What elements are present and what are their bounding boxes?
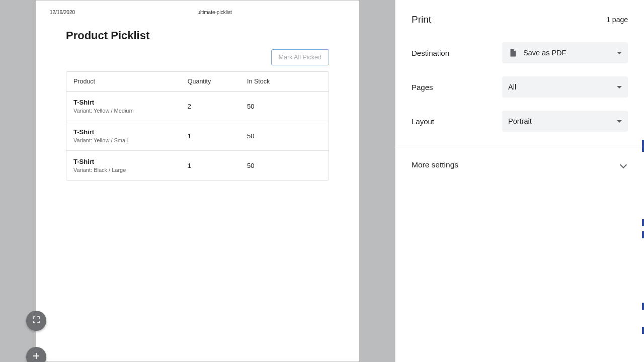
col-in-stock: In Stock <box>247 78 321 85</box>
more-settings-toggle[interactable]: More settings <box>412 157 628 172</box>
product-qty: 1 <box>188 162 247 169</box>
table-row: T-Shirt Variant: Yellow / Medium 2 50 <box>66 92 329 121</box>
divider <box>395 147 644 147</box>
table-header: Product Quantity In Stock <box>66 72 329 92</box>
preview-doc-title: ultimate-picklist <box>198 10 346 15</box>
edge-marker <box>642 219 644 226</box>
product-name: T-Shirt <box>73 158 188 165</box>
layout-value: Portrait <box>508 117 617 125</box>
product-name: T-Shirt <box>73 99 188 106</box>
col-product: Product <box>73 78 188 85</box>
product-variant: Variant: Yellow / Small <box>73 137 188 143</box>
more-settings-label: More settings <box>412 160 458 169</box>
chevron-down-icon <box>617 86 622 88</box>
panel-title: Print <box>412 14 431 25</box>
picklist-table: Product Quantity In Stock T-Shirt Varian… <box>66 71 329 180</box>
edge-marker <box>642 231 644 238</box>
product-name: T-Shirt <box>73 128 188 136</box>
product-stock: 50 <box>247 103 321 110</box>
page-count: 1 page <box>606 16 628 24</box>
print-preview-area: 12/16/2020 ultimate-picklist Product Pic… <box>0 0 395 362</box>
fullscreen-icon <box>32 316 40 326</box>
preview-page: 12/16/2020 ultimate-picklist Product Pic… <box>35 0 360 362</box>
print-settings-panel: Print 1 page Destination Save as PDF Pag… <box>395 0 644 362</box>
layout-label: Layout <box>412 117 502 126</box>
product-stock: 50 <box>247 162 321 169</box>
pdf-file-icon <box>508 48 517 57</box>
layout-select[interactable]: Portrait <box>502 111 628 132</box>
destination-select[interactable]: Save as PDF <box>502 42 628 63</box>
preview-header: 12/16/2020 ultimate-picklist <box>50 10 345 15</box>
edge-marker <box>642 303 644 310</box>
preview-date: 12/16/2020 <box>50 10 198 15</box>
mark-all-picked-button[interactable]: Mark All Picked <box>271 49 329 65</box>
edge-marker <box>642 140 644 152</box>
product-variant: Variant: Black / Large <box>73 167 188 173</box>
col-quantity: Quantity <box>188 78 247 85</box>
destination-value: Save as PDF <box>523 49 617 57</box>
table-row: T-Shirt Variant: Black / Large 1 50 <box>66 151 329 180</box>
product-stock: 50 <box>247 132 321 140</box>
pages-select[interactable]: All <box>502 76 628 98</box>
product-qty: 1 <box>188 132 247 140</box>
product-variant: Variant: Yellow / Medium <box>73 108 188 114</box>
page-title: Product Picklist <box>66 29 329 42</box>
chevron-down-icon <box>617 52 622 54</box>
pages-label: Pages <box>412 83 502 92</box>
destination-label: Destination <box>412 49 502 57</box>
pages-value: All <box>508 83 617 91</box>
chevron-down-icon <box>620 161 627 168</box>
plus-icon <box>32 352 40 362</box>
chevron-down-icon <box>617 120 622 123</box>
fullscreen-button[interactable] <box>26 311 46 331</box>
product-qty: 2 <box>188 103 247 110</box>
table-row: T-Shirt Variant: Yellow / Small 1 50 <box>66 121 329 151</box>
edge-marker <box>642 327 644 334</box>
